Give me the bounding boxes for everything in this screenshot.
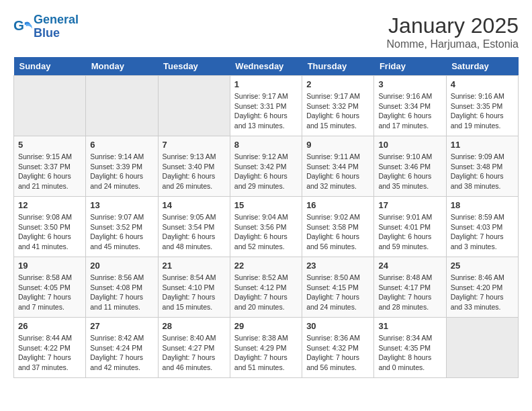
- day-number: 31: [378, 321, 441, 331]
- day-cell: 5Sunrise: 9:15 AM Sunset: 3:37 PM Daylig…: [14, 136, 86, 197]
- day-number: 12: [18, 200, 81, 210]
- day-cell: 7Sunrise: 9:13 AM Sunset: 3:40 PM Daylig…: [158, 136, 230, 197]
- day-info: Sunrise: 9:11 AM Sunset: 3:44 PM Dayligh…: [306, 152, 369, 191]
- day-number: 18: [451, 200, 514, 210]
- day-info: Sunrise: 9:10 AM Sunset: 3:46 PM Dayligh…: [378, 152, 441, 191]
- title-area: January 2025 Nomme, Harjumaa, Estonia: [386, 13, 519, 50]
- day-number: 10: [378, 140, 441, 150]
- day-info: Sunrise: 9:14 AM Sunset: 3:39 PM Dayligh…: [90, 152, 153, 191]
- day-number: 1: [234, 79, 298, 89]
- day-cell: 23Sunrise: 8:50 AM Sunset: 4:15 PM Dayli…: [302, 257, 374, 318]
- day-cell: 26Sunrise: 8:44 AM Sunset: 4:22 PM Dayli…: [14, 318, 86, 378]
- day-info: Sunrise: 9:17 AM Sunset: 3:31 PM Dayligh…: [234, 91, 298, 131]
- day-cell: 19Sunrise: 8:58 AM Sunset: 4:05 PM Dayli…: [14, 257, 86, 318]
- weekday-header-row: SundayMondayTuesdayWednesdayThursdayFrid…: [14, 57, 519, 76]
- day-number: 4: [451, 79, 514, 89]
- day-info: Sunrise: 8:48 AM Sunset: 4:17 PM Dayligh…: [378, 273, 441, 312]
- day-info: Sunrise: 9:04 AM Sunset: 3:56 PM Dayligh…: [234, 212, 298, 252]
- day-cell: 15Sunrise: 9:04 AM Sunset: 3:56 PM Dayli…: [230, 197, 302, 257]
- day-cell: 27Sunrise: 8:42 AM Sunset: 4:24 PM Dayli…: [86, 318, 158, 378]
- day-cell: 4Sunrise: 9:16 AM Sunset: 3:35 PM Daylig…: [446, 76, 518, 136]
- day-info: Sunrise: 9:12 AM Sunset: 3:42 PM Dayligh…: [234, 152, 298, 191]
- month-title: January 2025: [386, 13, 519, 38]
- day-number: 7: [163, 140, 226, 150]
- day-number: 5: [18, 140, 81, 150]
- day-cell: [14, 76, 86, 136]
- day-cell: 8Sunrise: 9:12 AM Sunset: 3:42 PM Daylig…: [230, 136, 302, 197]
- logo-line1: General: [34, 13, 79, 26]
- day-cell: 29Sunrise: 8:38 AM Sunset: 4:29 PM Dayli…: [230, 318, 302, 378]
- day-cell: 14Sunrise: 9:05 AM Sunset: 3:54 PM Dayli…: [158, 197, 230, 257]
- day-info: Sunrise: 8:54 AM Sunset: 4:10 PM Dayligh…: [163, 273, 226, 312]
- day-cell: 2Sunrise: 9:17 AM Sunset: 3:32 PM Daylig…: [302, 76, 374, 136]
- day-info: Sunrise: 8:42 AM Sunset: 4:24 PM Dayligh…: [90, 333, 153, 373]
- day-info: Sunrise: 9:16 AM Sunset: 3:34 PM Dayligh…: [378, 91, 441, 131]
- day-info: Sunrise: 8:34 AM Sunset: 4:35 PM Dayligh…: [378, 333, 441, 373]
- day-info: Sunrise: 8:36 AM Sunset: 4:32 PM Dayligh…: [306, 333, 369, 373]
- day-info: Sunrise: 9:02 AM Sunset: 3:58 PM Dayligh…: [306, 212, 369, 252]
- day-number: 16: [306, 200, 369, 210]
- week-row-5: 26Sunrise: 8:44 AM Sunset: 4:22 PM Dayli…: [14, 318, 519, 378]
- day-info: Sunrise: 8:46 AM Sunset: 4:20 PM Dayligh…: [451, 273, 514, 312]
- day-number: 6: [90, 140, 153, 150]
- day-cell: [158, 76, 230, 136]
- day-cell: 22Sunrise: 8:52 AM Sunset: 4:12 PM Dayli…: [230, 257, 302, 318]
- day-number: 19: [18, 261, 81, 271]
- day-cell: 30Sunrise: 8:36 AM Sunset: 4:32 PM Dayli…: [302, 318, 374, 378]
- day-info: Sunrise: 9:08 AM Sunset: 3:50 PM Dayligh…: [18, 212, 81, 252]
- header: G General Blue January 2025 Nomme, Harju…: [13, 13, 519, 50]
- day-cell: 21Sunrise: 8:54 AM Sunset: 4:10 PM Dayli…: [158, 257, 230, 318]
- day-number: 15: [234, 200, 298, 210]
- day-number: 9: [306, 140, 369, 150]
- day-cell: 18Sunrise: 8:59 AM Sunset: 4:03 PM Dayli…: [446, 197, 518, 257]
- day-number: 25: [451, 261, 514, 271]
- day-cell: 3Sunrise: 9:16 AM Sunset: 3:34 PM Daylig…: [374, 76, 446, 136]
- day-number: 28: [163, 321, 226, 331]
- day-info: Sunrise: 8:56 AM Sunset: 4:08 PM Dayligh…: [90, 273, 153, 312]
- day-info: Sunrise: 9:13 AM Sunset: 3:40 PM Dayligh…: [163, 152, 226, 191]
- day-info: Sunrise: 8:52 AM Sunset: 4:12 PM Dayligh…: [234, 273, 298, 312]
- day-number: 13: [90, 200, 153, 210]
- day-number: 17: [378, 200, 441, 210]
- day-number: 23: [306, 261, 369, 271]
- day-cell: [86, 76, 158, 136]
- day-info: Sunrise: 9:15 AM Sunset: 3:37 PM Dayligh…: [18, 152, 81, 191]
- day-cell: [446, 318, 518, 378]
- calendar-table: SundayMondayTuesdayWednesdayThursdayFrid…: [13, 57, 519, 378]
- weekday-header-friday: Friday: [374, 57, 446, 76]
- day-cell: 13Sunrise: 9:07 AM Sunset: 3:52 PM Dayli…: [86, 197, 158, 257]
- logo-icon: G: [13, 17, 32, 36]
- weekday-header-tuesday: Tuesday: [158, 57, 230, 76]
- day-info: Sunrise: 9:09 AM Sunset: 3:48 PM Dayligh…: [451, 152, 514, 191]
- week-row-3: 12Sunrise: 9:08 AM Sunset: 3:50 PM Dayli…: [14, 197, 519, 257]
- day-info: Sunrise: 8:50 AM Sunset: 4:15 PM Dayligh…: [306, 273, 369, 312]
- day-cell: 31Sunrise: 8:34 AM Sunset: 4:35 PM Dayli…: [374, 318, 446, 378]
- day-info: Sunrise: 9:17 AM Sunset: 3:32 PM Dayligh…: [306, 91, 369, 131]
- day-number: 27: [90, 321, 153, 331]
- day-cell: 28Sunrise: 8:40 AM Sunset: 4:27 PM Dayli…: [158, 318, 230, 378]
- day-number: 24: [378, 261, 441, 271]
- day-number: 14: [163, 200, 226, 210]
- weekday-header-wednesday: Wednesday: [230, 57, 302, 76]
- day-number: 11: [451, 140, 514, 150]
- day-info: Sunrise: 9:07 AM Sunset: 3:52 PM Dayligh…: [90, 212, 153, 252]
- day-number: 26: [18, 321, 81, 331]
- weekday-header-sunday: Sunday: [14, 57, 86, 76]
- day-number: 29: [234, 321, 298, 331]
- day-info: Sunrise: 8:59 AM Sunset: 4:03 PM Dayligh…: [451, 212, 514, 252]
- week-row-1: 1Sunrise: 9:17 AM Sunset: 3:31 PM Daylig…: [14, 76, 519, 136]
- day-cell: 25Sunrise: 8:46 AM Sunset: 4:20 PM Dayli…: [446, 257, 518, 318]
- day-number: 22: [234, 261, 298, 271]
- logo: G General Blue: [13, 13, 79, 40]
- day-cell: 1Sunrise: 9:17 AM Sunset: 3:31 PM Daylig…: [230, 76, 302, 136]
- day-info: Sunrise: 8:58 AM Sunset: 4:05 PM Dayligh…: [18, 273, 81, 312]
- day-number: 2: [306, 79, 369, 89]
- logo-text: General Blue: [34, 13, 79, 40]
- weekday-header-thursday: Thursday: [302, 57, 374, 76]
- day-cell: 6Sunrise: 9:14 AM Sunset: 3:39 PM Daylig…: [86, 136, 158, 197]
- day-info: Sunrise: 8:44 AM Sunset: 4:22 PM Dayligh…: [18, 333, 81, 373]
- day-number: 8: [234, 140, 298, 150]
- location-title: Nomme, Harjumaa, Estonia: [386, 38, 519, 50]
- day-info: Sunrise: 8:40 AM Sunset: 4:27 PM Dayligh…: [163, 333, 226, 373]
- day-number: 21: [163, 261, 226, 271]
